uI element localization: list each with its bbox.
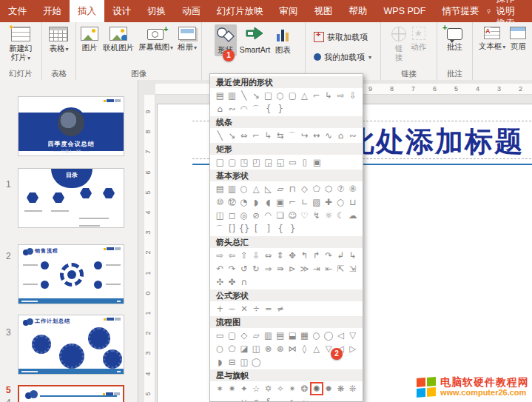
shape-cell[interactable]: ▯ <box>299 156 311 168</box>
smartart-button[interactable]: SmartArt <box>238 24 272 56</box>
shape-cell[interactable]: ⌐ <box>311 90 323 101</box>
shape-cell[interactable]: ▤ <box>214 90 226 101</box>
shape-cell[interactable]: ☼ <box>323 210 334 221</box>
shape-cell[interactable]: [] <box>226 223 238 235</box>
tab-0[interactable]: 文件 <box>0 0 35 22</box>
shape-cell[interactable]: ⇧ <box>238 249 250 261</box>
shape-cell[interactable]: ✷ <box>226 383 238 395</box>
shape-cell[interactable]: ∟ <box>298 196 310 208</box>
shape-cell[interactable]: ∪ <box>238 396 250 402</box>
shape-cell[interactable]: ↻ <box>250 263 262 275</box>
shape-cell[interactable]: ♡ <box>298 210 310 221</box>
shape-cell[interactable]: ▭ <box>286 156 298 168</box>
shape-cell[interactable]: ◫ <box>238 356 250 368</box>
slide-thumbnail-3[interactable]: 销售流程 <box>18 244 124 304</box>
shape-cell[interactable]: ◠ <box>262 210 274 221</box>
shape-cell[interactable]: ▢ <box>286 90 298 101</box>
shape-cell[interactable]: ⬓ <box>286 329 298 341</box>
shape-cell[interactable]: ╲ <box>214 130 226 141</box>
shape-cell[interactable]: ◪ <box>238 343 250 355</box>
tab-10[interactable]: WPS PDF <box>376 0 434 22</box>
shape-cell[interactable]: ⊟ <box>226 356 238 368</box>
shape-cell[interactable]: ⌒ <box>286 130 298 141</box>
shape-cell[interactable]: − <box>226 303 238 315</box>
tell-me-search[interactable]: 操作说明搜索 <box>487 0 532 22</box>
shape-cell[interactable]: ✶ <box>214 383 226 395</box>
shape-cell[interactable]: ∾ <box>347 130 359 141</box>
shape-cell[interactable]: ◫ <box>214 210 226 221</box>
shape-cell[interactable]: ⇩ <box>347 90 359 101</box>
shape-cell[interactable]: + <box>214 303 226 315</box>
shape-cell[interactable]: ▥ <box>262 329 274 341</box>
slide-thumbnail-5-selected[interactable] <box>18 385 124 402</box>
shape-cell[interactable]: ⇱ <box>334 263 346 275</box>
shape-cell[interactable]: ▣ <box>275 196 286 208</box>
shape-cell[interactable]: ↰ <box>298 249 310 261</box>
shape-cell[interactable]: ▰ <box>226 396 238 402</box>
shape-cell-selected[interactable]: ✺ <box>311 383 323 395</box>
shape-cell[interactable]: ✣ <box>214 276 226 288</box>
shape-cell[interactable]: ◫ <box>250 343 262 355</box>
photo-album-button[interactable]: 相册 <box>176 24 198 55</box>
shape-cell[interactable]: ⇆ <box>275 130 286 141</box>
my-addins-button[interactable]: 我的加载项 <box>312 50 374 64</box>
shape-cell[interactable]: ☺ <box>286 210 298 221</box>
shape-cell[interactable]: ✤ <box>226 276 238 288</box>
shape-cell[interactable]: ↱ <box>311 249 323 261</box>
shape-cell[interactable]: ▢ <box>226 329 238 341</box>
shape-cell[interactable]: ▢ <box>226 156 238 168</box>
shape-cell[interactable]: ⌒ <box>214 223 226 235</box>
shape-cell[interactable]: { <box>275 223 286 235</box>
tab-11[interactable]: 情节提要 <box>434 0 487 22</box>
shape-cell[interactable]: ⊗ <box>262 343 274 355</box>
tab-9[interactable]: 帮助 <box>341 0 376 22</box>
shape-cell[interactable]: ⇕ <box>275 249 286 261</box>
shape-cell[interactable]: ↭ <box>311 130 323 141</box>
tab-5[interactable]: 动画 <box>174 0 209 22</box>
tab-1[interactable]: 开始 <box>35 0 70 22</box>
shape-cell[interactable]: ✹ <box>323 383 334 395</box>
shape-cell[interactable]: ⊔ <box>347 196 359 208</box>
shape-cell[interactable]: ◇ <box>238 329 250 341</box>
slide-thumbnail-4[interactable]: 工作计划总结 <box>18 315 124 375</box>
shape-cell[interactable]: □ <box>214 156 226 168</box>
shape-cell[interactable]: ▱ <box>250 329 262 341</box>
shape-cell[interactable]: □ <box>262 90 274 101</box>
shape-cell[interactable]: ↷ <box>226 263 238 275</box>
shape-cell[interactable]: ◁ <box>334 329 346 341</box>
shape-cell[interactable]: ○ <box>311 329 323 341</box>
action-button[interactable]: ★ 动作 <box>409 24 428 53</box>
shape-cell[interactable]: ▤ <box>214 183 226 195</box>
shape-cell[interactable]: ∿ <box>286 396 298 402</box>
shape-cell[interactable]: ⊘ <box>250 210 262 221</box>
shape-cell[interactable]: ○ <box>334 196 346 208</box>
comment-button[interactable]: 批注 <box>445 24 464 53</box>
shape-cell[interactable]: ⑧ <box>347 183 359 195</box>
shape-cell[interactable]: ▭ <box>214 329 226 341</box>
shape-cell[interactable]: ▱ <box>275 183 286 195</box>
shape-cell[interactable]: ∩ <box>250 396 262 402</box>
shape-cell[interactable]: ↘ <box>226 130 238 141</box>
shape-cell[interactable]: ↷ <box>323 249 334 261</box>
shape-cell[interactable]: ] <box>263 223 275 235</box>
shape-cell[interactable]: ○ <box>238 183 250 195</box>
shape-cell[interactable]: ≠ <box>275 303 286 315</box>
shape-cell[interactable]: ⊓ <box>286 183 298 195</box>
shape-cell[interactable]: ↺ <box>238 263 250 275</box>
shape-cell[interactable]: ○ <box>214 343 226 355</box>
chart-button[interactable]: 图表 <box>273 24 292 56</box>
shape-cell[interactable]: ◠ <box>238 103 250 115</box>
shape-cell[interactable]: ⊕ <box>275 343 286 355</box>
shape-cell[interactable]: ⌂ <box>334 130 346 141</box>
shape-cell[interactable]: ▽ <box>347 329 359 341</box>
shape-cell[interactable]: ◔ <box>238 196 250 208</box>
slide-thumbnail-1[interactable]: 四季度会议总结 —— 汇报人：XX —— <box>18 96 124 156</box>
picture-button[interactable]: 图片 <box>79 24 100 54</box>
shape-cell[interactable]: ◯ <box>323 329 334 341</box>
shape-cell[interactable]: ⇨ <box>214 249 226 261</box>
shape-cell[interactable]: ⋈ <box>286 343 298 355</box>
shape-cell[interactable]: ▱ <box>214 396 226 402</box>
table-button[interactable]: 表格 <box>47 24 70 56</box>
shape-cell[interactable]: △ <box>250 183 262 195</box>
shape-cell[interactable]: ⑦ <box>334 183 346 195</box>
